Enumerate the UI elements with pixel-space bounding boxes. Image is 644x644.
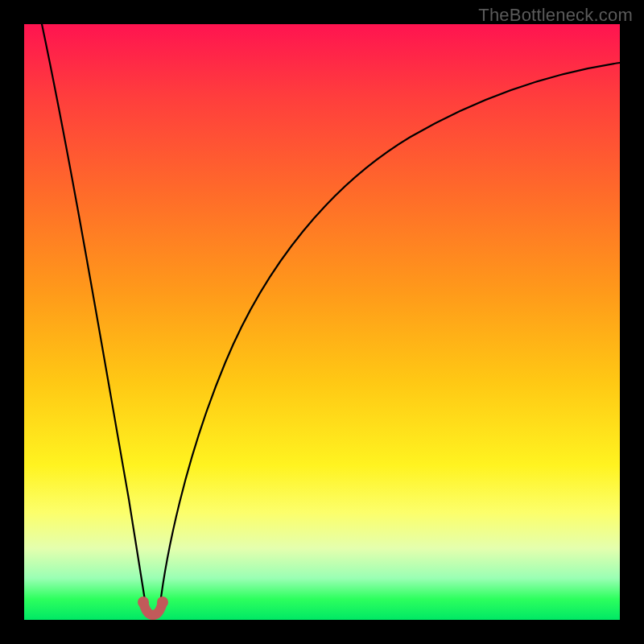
watermark-text: TheBottleneck.com [478, 5, 633, 26]
marker-right-dot [157, 597, 168, 608]
curve-svg [24, 24, 620, 620]
chart-frame: TheBottleneck.com [0, 0, 644, 644]
bottleneck-marker [138, 597, 168, 615]
plot-area [24, 24, 620, 620]
curve-right-branch [159, 63, 620, 610]
curve-left-branch [42, 24, 147, 610]
